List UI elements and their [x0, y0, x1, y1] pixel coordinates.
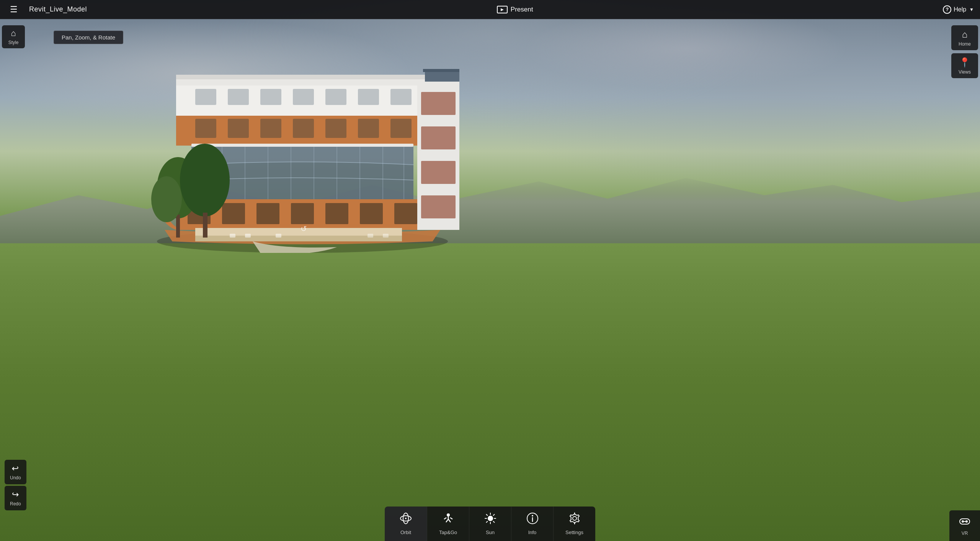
- bottom-left-controls: ↪ Undo ↪ Redo: [5, 460, 26, 510]
- bottom-right: VR: [949, 510, 980, 541]
- vr-icon: [959, 515, 970, 529]
- svg-rect-43: [421, 195, 456, 218]
- sun-button[interactable]: Sun: [469, 507, 511, 541]
- right-sidebar: ⌂ Home 📍 Views: [949, 19, 980, 80]
- tapgo-button[interactable]: Tap&Go: [427, 507, 469, 541]
- orbit-label: Orbit: [400, 530, 411, 535]
- svg-line-73: [493, 515, 494, 516]
- svg-rect-25: [293, 119, 314, 138]
- header-center: Present: [87, 3, 943, 16]
- dropdown-arrow-icon: ▼: [969, 7, 974, 12]
- settings-label: Settings: [565, 530, 583, 535]
- svg-rect-46: [191, 144, 413, 147]
- style-button[interactable]: ⌂ Style: [2, 25, 25, 48]
- style-icon: ⌂: [11, 28, 16, 38]
- svg-rect-36: [390, 89, 412, 105]
- svg-rect-31: [228, 89, 249, 105]
- svg-line-63: [448, 519, 451, 522]
- redo-button[interactable]: ↪ Redo: [5, 486, 26, 510]
- sun-icon: [484, 512, 497, 527]
- svg-rect-4: [256, 203, 279, 224]
- undo-icon: ↪: [12, 464, 19, 474]
- svg-rect-56: [383, 234, 389, 238]
- undo-label: Undo: [10, 475, 21, 480]
- svg-rect-7: [360, 203, 383, 224]
- vr-button[interactable]: VR: [949, 510, 980, 541]
- hamburger-icon: ☰: [10, 5, 18, 14]
- present-icon: [497, 6, 508, 13]
- bottom-toolbar: Orbit Tap&Go: [385, 507, 595, 541]
- svg-line-62: [446, 519, 448, 522]
- svg-rect-50: [203, 213, 207, 238]
- present-label: Present: [511, 6, 533, 13]
- app-title: Revit_Live_Model: [29, 5, 87, 13]
- orbit-icon: [400, 512, 412, 527]
- style-label: Style: [8, 40, 19, 45]
- svg-point-49: [180, 144, 230, 216]
- home-label: Home: [959, 41, 971, 47]
- svg-rect-24: [260, 119, 281, 138]
- redo-label: Redo: [10, 501, 21, 507]
- svg-rect-53: [245, 234, 251, 238]
- svg-rect-32: [260, 89, 281, 105]
- svg-point-77: [532, 515, 533, 516]
- svg-rect-5: [291, 203, 314, 224]
- svg-rect-8: [394, 203, 417, 224]
- header-right: ? Help ▼: [943, 5, 980, 14]
- sun-label: Sun: [486, 530, 495, 535]
- svg-rect-40: [421, 92, 456, 115]
- svg-rect-22: [195, 119, 216, 138]
- svg-line-72: [493, 521, 494, 523]
- svg-rect-54: [276, 234, 281, 238]
- svg-rect-33: [293, 89, 314, 105]
- help-button[interactable]: ? Help: [943, 5, 966, 14]
- svg-rect-55: [368, 234, 373, 238]
- pan-zoom-tooltip: Pan, Zoom, & Rotate: [54, 31, 123, 44]
- svg-rect-3: [222, 203, 245, 224]
- help-icon: ?: [943, 5, 951, 14]
- svg-rect-34: [325, 89, 346, 105]
- scene-cursor: ↺: [301, 224, 307, 233]
- orbit-button[interactable]: Orbit: [385, 507, 427, 541]
- svg-point-60: [447, 513, 450, 516]
- svg-point-81: [965, 520, 968, 523]
- svg-point-51: [151, 176, 182, 222]
- help-label: Help: [954, 6, 966, 13]
- info-button[interactable]: Info: [511, 507, 553, 541]
- pan-zoom-text: Pan, Zoom, & Rotate: [62, 34, 115, 41]
- home-button[interactable]: ⌂ Home: [951, 25, 978, 50]
- home-icon: ⌂: [962, 29, 968, 40]
- svg-rect-37: [176, 79, 429, 85]
- left-sidebar: ⌂ Style: [0, 19, 27, 48]
- present-button[interactable]: Present: [491, 3, 539, 16]
- svg-rect-23: [228, 119, 249, 138]
- vr-label: VR: [962, 531, 968, 536]
- svg-rect-42: [421, 161, 456, 184]
- svg-line-71: [486, 515, 487, 516]
- svg-rect-38: [176, 75, 429, 79]
- settings-button[interactable]: Settings: [553, 507, 595, 541]
- header-left: ☰ Revit_Live_Model: [0, 2, 87, 17]
- views-button[interactable]: 📍 Views: [951, 53, 978, 78]
- menu-button[interactable]: ☰: [6, 2, 21, 17]
- svg-point-66: [488, 516, 493, 521]
- tapgo-icon: [442, 512, 454, 527]
- svg-rect-45: [423, 69, 459, 72]
- svg-rect-30: [195, 89, 216, 105]
- svg-rect-48: [176, 215, 180, 238]
- redo-icon: ↪: [12, 490, 19, 500]
- tapgo-label: Tap&Go: [439, 530, 457, 535]
- svg-point-59: [405, 518, 407, 519]
- svg-rect-44: [425, 71, 459, 82]
- svg-rect-26: [325, 119, 346, 138]
- svg-point-78: [573, 516, 577, 520]
- views-label: Views: [959, 69, 971, 75]
- svg-rect-28: [390, 119, 412, 138]
- undo-button[interactable]: ↪ Undo: [5, 460, 26, 484]
- svg-line-64: [444, 518, 446, 519]
- settings-icon: [568, 512, 581, 527]
- svg-rect-6: [325, 203, 348, 224]
- svg-rect-27: [358, 119, 379, 138]
- info-label: Info: [528, 530, 537, 535]
- svg-line-65: [450, 518, 452, 519]
